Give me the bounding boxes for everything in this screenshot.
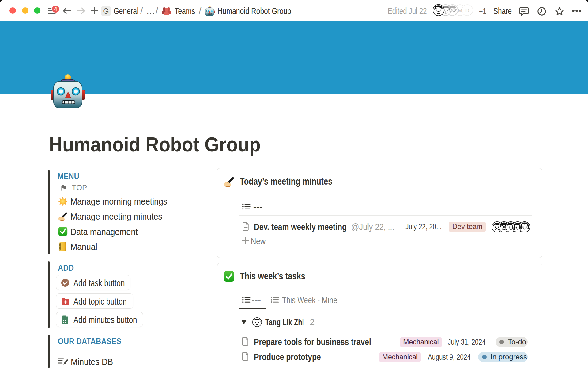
- svg-text:D: D: [466, 8, 469, 13]
- svg-text:M: M: [458, 8, 462, 13]
